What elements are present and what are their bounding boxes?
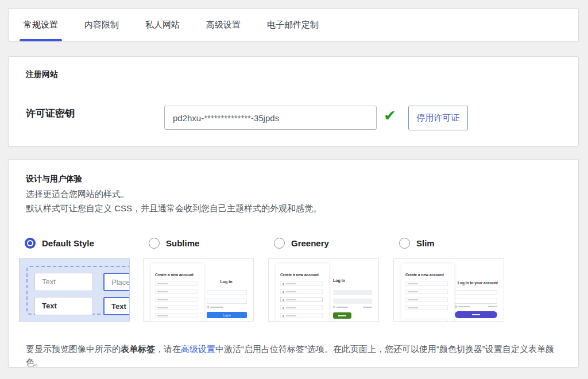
radio-button-icon[interactable] bbox=[274, 238, 285, 249]
login-title: Log in bbox=[333, 279, 345, 283]
radio-label: Sublime bbox=[166, 238, 199, 248]
signup-title: Create a new account bbox=[280, 273, 319, 277]
preview-field-placeholder: Placeh bbox=[103, 273, 130, 291]
footnote-text: 要显示预览图像中所示的 bbox=[26, 344, 121, 354]
preview-slim[interactable]: Create a new account Log in to your acco… bbox=[393, 258, 504, 322]
design-section-card: 设计与用户体验 选择更适合您网站的样式。 默认样式可让您自定义 CSS，并且通常… bbox=[8, 159, 579, 368]
settings-tab-bar: 常规设置 内容限制 私人网站 高级设置 电子邮件定制 bbox=[8, 8, 579, 41]
deactivate-license-button[interactable]: 停用许可证 bbox=[408, 106, 468, 130]
tab-general-settings[interactable]: 常规设置 bbox=[20, 9, 62, 41]
license-key-input[interactable] bbox=[164, 106, 377, 130]
signup-panel: Create a new account bbox=[276, 264, 329, 322]
footnote-text: ，请在 bbox=[155, 344, 181, 354]
login-button-mock bbox=[455, 311, 497, 318]
login-title: Log in bbox=[206, 280, 247, 284]
style-description-line1: 选择更适合您网站的样式。 bbox=[26, 189, 129, 200]
tab-advanced-settings[interactable]: 高级设置 bbox=[202, 9, 245, 41]
signup-panel: Create a new account bbox=[151, 264, 204, 322]
preview-field-text: Text bbox=[34, 273, 93, 291]
radio-sublime[interactable]: Sublime bbox=[149, 238, 199, 249]
preview-greenery[interactable]: Create a new account Log in bbox=[268, 258, 379, 322]
radio-button-icon[interactable] bbox=[149, 238, 160, 249]
preview-field-text: Text bbox=[34, 297, 93, 315]
radio-label: Greenery bbox=[291, 238, 329, 248]
design-ux-heading: 设计与用户体验 bbox=[26, 174, 82, 184]
preview-sublime[interactable]: Create a new account Log in Log in bbox=[143, 258, 254, 322]
radio-slim[interactable]: Slim bbox=[399, 238, 435, 249]
radio-label: Default Style bbox=[42, 238, 94, 248]
check-icon: ✔ bbox=[384, 107, 396, 125]
tab-private-site[interactable]: 私人网站 bbox=[141, 9, 184, 41]
radio-button-icon[interactable] bbox=[399, 238, 410, 249]
signup-title: Create a new account bbox=[155, 273, 194, 277]
register-site-heading: 注册网站 bbox=[26, 69, 58, 80]
tab-content-restrictions[interactable]: 内容限制 bbox=[80, 9, 123, 41]
radio-greenery[interactable]: Greenery bbox=[274, 238, 329, 249]
preview-field-text: Text bbox=[103, 297, 130, 315]
radio-button-icon[interactable] bbox=[25, 238, 36, 249]
login-button-mock: Log in bbox=[207, 312, 247, 318]
signup-panel: Create a new account bbox=[401, 264, 454, 322]
login-title: Log in to your account bbox=[454, 281, 502, 285]
signup-title: Create a new account bbox=[405, 273, 444, 277]
radio-default-style[interactable]: Default Style bbox=[25, 238, 94, 249]
advanced-settings-link[interactable]: 高级设置 bbox=[181, 344, 215, 354]
license-key-label: 许可证密钥 bbox=[26, 107, 75, 120]
login-button-mock bbox=[333, 312, 351, 319]
radio-label: Slim bbox=[416, 238, 435, 248]
preview-default-style[interactable]: Text Placeh Text Text bbox=[19, 258, 130, 322]
style-description-line2: 默认样式可让您自定义 CSS，并且通常会收到您自己主题样式的外观和感觉。 bbox=[26, 203, 322, 214]
footnote-bold-form-labels: 表单标签 bbox=[121, 344, 155, 354]
tab-email-customization[interactable]: 电子邮件定制 bbox=[263, 9, 323, 41]
preview-footnote: 要显示预览图像中所示的表单标签，请在高级设置中激活“启用占位符标签”选项。在此页… bbox=[26, 343, 562, 369]
license-section-card: 注册网站 许可证密钥 ✔ 停用许可证 bbox=[8, 56, 579, 146]
